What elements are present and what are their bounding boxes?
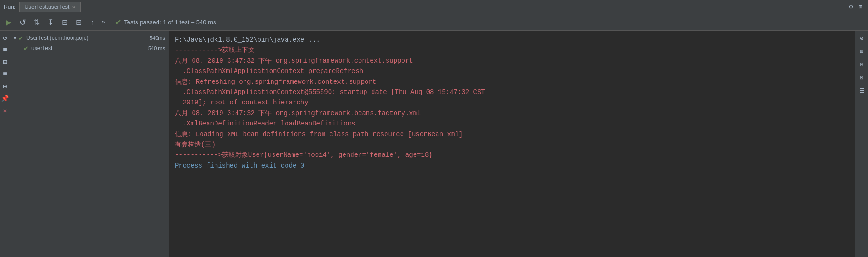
title-bar-right: ⚙ ⊞ [847,2,864,12]
toolbar: ▶ ↺ ⇅ ↧ ⊞ ⊟ ↑ » ✔ Tests passed: 1 of 1 t… [0,14,868,31]
close-left-icon[interactable]: ✕ [0,106,10,115]
test-status-text: Tests passed: 1 of 1 test – 540 ms [124,19,216,26]
console-line: F:\Java\jdk1.8.0_152\bin\java.exe ... [175,35,849,45]
expand-all-button[interactable]: ⊞ [58,16,71,29]
tree-area: ▾ ✔ UserTest (com.hooi.pojo) 540ms ✔ use… [10,31,169,55]
left-panel: ▾ ✔ UserTest (com.hooi.pojo) 540ms ✔ use… [10,31,169,257]
more-actions-button[interactable]: » [100,19,107,26]
left-icon-strip: ↺ ■ ⊡ ≡ ⊞ 📌 ✕ [0,31,10,257]
columns-left-icon[interactable]: ⊞ [0,81,10,91]
right-icon-4[interactable]: ☰ [856,85,868,96]
right-icon-2[interactable]: ⊟ [856,59,868,70]
sort-desc-button[interactable]: ↧ [44,16,57,29]
pass-check-icon: ✔ [18,35,23,42]
tab-label: UserTest.userTest [24,4,69,10]
main-area: ↺ ■ ⊡ ≡ ⊞ 📌 ✕ ▾ ✔ UserTest (com.hooi.poj… [0,31,868,257]
console-line: .ClassPathXmlApplicationContext prepareR… [175,66,849,76]
right-icon-3[interactable]: ⊠ [856,72,868,83]
console-output[interactable]: F:\Java\jdk1.8.0_152\bin\java.exe ...---… [169,31,855,257]
right-sidebar: ⚙ ⊞ ⊟ ⊠ ☰ [855,31,868,257]
settings-icon[interactable]: ⚙ [847,2,854,12]
console-line: 八月 08, 2019 3:47:32 下午 org.springframewo… [175,56,849,66]
title-bar: Run: UserTest.userTest ✕ ⚙ ⊞ [0,0,868,14]
console-line: 信息: Loading XML bean definitions from cl… [175,129,849,140]
close-tab-icon[interactable]: ✕ [72,5,76,10]
chevron-down-icon: ▾ [14,36,16,41]
stop-left-icon[interactable]: ■ [0,45,10,54]
test-status: ✔ Tests passed: 1 of 1 test – 540 ms [115,18,216,27]
tree-row-usertest-child[interactable]: ✔ userTest 540 ms [10,43,169,53]
child-time-badge: 540 ms [148,45,165,51]
title-tab[interactable]: UserTest.userTest ✕ [19,2,81,12]
collapse-all-button[interactable]: ⊟ [72,16,85,29]
expand-icon[interactable]: ⊞ [857,2,864,12]
camera-left-icon[interactable]: ⊡ [0,57,10,66]
console-line: 八月 08, 2019 3:47:32 下午 org.springframewo… [175,108,849,118]
sort-alpha-button[interactable]: ⇅ [30,16,43,29]
tree-child-label: userTest [31,45,52,51]
console-line: 有参构造(三) [175,140,849,150]
pass-check-icon-child: ✔ [23,45,29,52]
console-line: 2019]; root of context hierarchy [175,97,849,108]
rerun-failed-button[interactable]: ↺ [16,16,29,29]
console-line: Process finished with exit code 0 [175,161,849,171]
rerun-left-icon[interactable]: ↺ [0,33,10,42]
right-icon-settings[interactable]: ⚙ [856,33,868,44]
time-badge: 540ms [150,35,165,41]
up-navigate-button[interactable]: ↑ [86,16,99,29]
pin-left-icon[interactable]: 📌 [0,94,10,103]
settings-left-icon[interactable]: ≡ [0,69,10,79]
console-line: ----------->获取上下文 [175,45,849,55]
tree-row-usertest-root[interactable]: ▾ ✔ UserTest (com.hooi.pojo) 540ms [10,33,169,43]
right-icon-1[interactable]: ⊞ [856,46,868,57]
console-line: 信息: Refreshing org.springframework.conte… [175,77,849,87]
run-label: Run: [4,4,15,10]
console-line: ----------->获取对象User{userName='hooi4', g… [175,150,849,160]
toolbar-separator [109,18,109,27]
play-button[interactable]: ▶ [2,16,15,29]
tree-item-label: UserTest (com.hooi.pojo) [26,35,88,41]
test-pass-icon: ✔ [115,18,121,27]
console-line: .ClassPathXmlApplicationContext@555590: … [175,87,849,97]
console-line: .XmlBeanDefinitionReader loadBeanDefinit… [175,118,849,129]
